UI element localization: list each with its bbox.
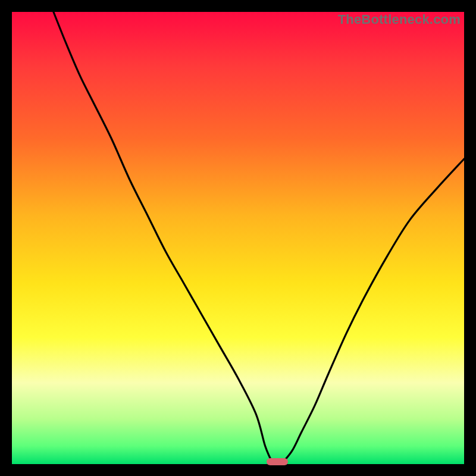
bottleneck-curve (12, 12, 464, 464)
plot-area: TheBottleneck.com (12, 12, 464, 464)
vertex-marker (267, 458, 288, 465)
curve-left-path (54, 12, 272, 462)
curve-right-path (283, 159, 464, 462)
chart-frame: TheBottleneck.com (0, 0, 476, 476)
